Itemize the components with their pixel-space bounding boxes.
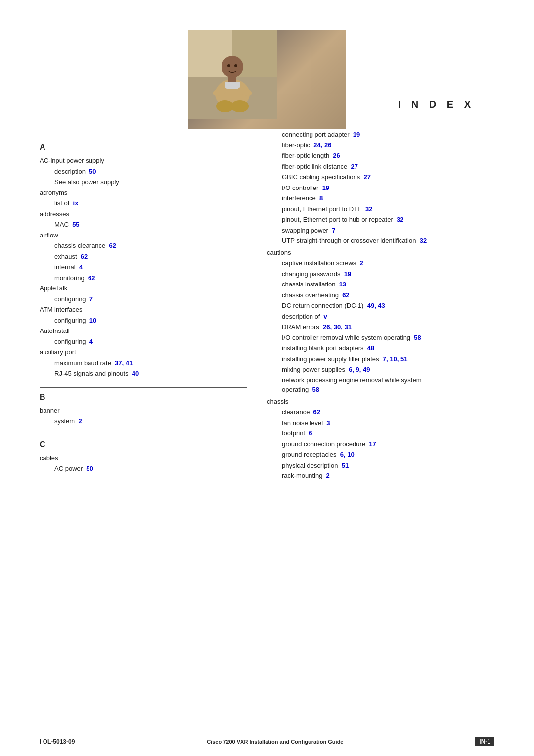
page-ref[interactable]: 62 bbox=[81, 253, 88, 260]
list-item: airflow bbox=[40, 231, 247, 240]
list-item: cautions bbox=[267, 248, 494, 258]
list-item: AppleTalk bbox=[40, 284, 247, 293]
list-item: fan noise level 3 bbox=[267, 418, 494, 428]
svg-point-12 bbox=[227, 64, 230, 67]
list-item: acronyms bbox=[40, 188, 247, 198]
page-ref[interactable]: 51 bbox=[342, 462, 349, 469]
list-item: configuring 7 bbox=[40, 294, 247, 304]
list-item: addresses bbox=[40, 209, 247, 219]
list-item: cables bbox=[40, 453, 247, 463]
list-item: system 2 bbox=[40, 416, 247, 426]
page-ref[interactable]: 10 bbox=[89, 317, 96, 324]
list-item: ground connection procedure 17 bbox=[267, 439, 494, 449]
footer-right: IN-1 bbox=[475, 737, 494, 746]
divider-c bbox=[40, 435, 247, 435]
list-item: maximum baud rate 37, 41 bbox=[40, 358, 247, 368]
list-item: fiber-optic 24, 26 bbox=[267, 141, 494, 150]
list-item: clearance 62 bbox=[267, 407, 494, 417]
list-item: physical description 51 bbox=[267, 461, 494, 471]
page-ref[interactable]: 6 bbox=[309, 429, 312, 437]
list-item: exhaust 62 bbox=[40, 252, 247, 262]
page-ref[interactable]: 27 bbox=[351, 163, 357, 170]
page-ref[interactable]: 6, 9, 49 bbox=[349, 366, 370, 373]
page-ref[interactable]: 2 bbox=[360, 259, 363, 267]
list-item: interference 8 bbox=[267, 193, 494, 203]
list-item: swapping power 7 bbox=[267, 226, 494, 236]
section-c: C bbox=[40, 440, 247, 449]
page: I N D E X A AC-input power supply descri… bbox=[0, 0, 534, 756]
left-column: A AC-input power supply description 50 S… bbox=[40, 129, 247, 482]
footer: I OL-5013-09 Cisco 7200 VXR Installation… bbox=[0, 734, 534, 746]
page-ref[interactable]: 32 bbox=[397, 216, 403, 223]
page-ref[interactable]: 55 bbox=[72, 221, 79, 228]
list-item: ATM interfaces bbox=[40, 305, 247, 315]
list-item: configuring 10 bbox=[40, 316, 247, 326]
list-item: rack-mounting 2 bbox=[267, 471, 494, 481]
page-ref[interactable]: 4 bbox=[89, 338, 93, 345]
page-ref[interactable]: 32 bbox=[365, 205, 372, 213]
list-item: changing passwords 19 bbox=[267, 269, 494, 279]
list-item: RJ-45 signals and pinouts 40 bbox=[40, 369, 247, 378]
page-ref[interactable]: 6, 10 bbox=[340, 451, 355, 458]
page-ref[interactable]: 48 bbox=[367, 344, 374, 352]
page-ref[interactable]: 7, 10, 51 bbox=[383, 355, 408, 363]
list-item: chassis clearance 62 bbox=[40, 241, 247, 251]
page-ref[interactable]: ix bbox=[73, 199, 79, 207]
list-item: connecting port adapter 19 bbox=[267, 130, 494, 140]
page-ref[interactable]: 2 bbox=[326, 472, 330, 479]
divider-b bbox=[40, 387, 247, 388]
page-ref[interactable]: 7 bbox=[89, 295, 93, 303]
svg-point-6 bbox=[231, 100, 249, 112]
list-item: fiber-optic link distance 27 bbox=[267, 162, 494, 172]
page-ref[interactable]: 7 bbox=[332, 227, 335, 234]
page-ref[interactable]: 50 bbox=[86, 465, 93, 472]
page-ref[interactable]: 19 bbox=[322, 184, 329, 191]
list-item: configuring 4 bbox=[40, 337, 247, 347]
page-ref[interactable]: 2 bbox=[78, 417, 82, 425]
page-ref[interactable]: 19 bbox=[344, 270, 351, 278]
list-item: ground receptacles 6, 10 bbox=[267, 450, 494, 460]
page-ref[interactable]: 62 bbox=[313, 408, 320, 416]
page-ref[interactable]: v bbox=[324, 313, 327, 320]
page-ref[interactable]: 26 bbox=[333, 152, 340, 159]
list-item: banner bbox=[40, 406, 247, 416]
list-item: DC return connection (DC-1) 49, 43 bbox=[267, 301, 494, 311]
list-item: UTP straight-through or crossover identi… bbox=[267, 236, 494, 246]
list-item: pinout, Ethernet port to DTE 32 bbox=[267, 204, 494, 214]
list-item: I/O controller 19 bbox=[267, 183, 494, 193]
page-ref[interactable]: 40 bbox=[132, 370, 139, 377]
header-image bbox=[188, 30, 346, 129]
list-item: MAC 55 bbox=[40, 220, 247, 230]
list-item: I/O controller removal while system oper… bbox=[267, 333, 494, 343]
page-ref[interactable]: 19 bbox=[353, 131, 360, 138]
page-ref[interactable]: 8 bbox=[319, 194, 323, 202]
page-ref[interactable]: 17 bbox=[369, 440, 376, 448]
page-ref[interactable]: 27 bbox=[363, 173, 370, 181]
page-ref[interactable]: 32 bbox=[420, 237, 427, 244]
footer-left: I OL-5013-09 bbox=[40, 738, 75, 745]
page-ref[interactable]: 49, 43 bbox=[367, 302, 385, 309]
page-ref[interactable]: 13 bbox=[339, 281, 346, 288]
page-ref[interactable]: 24, 26 bbox=[313, 142, 331, 149]
page-ref[interactable]: 58 bbox=[414, 334, 421, 341]
svg-point-7 bbox=[222, 56, 243, 78]
page-ref[interactable]: 3 bbox=[326, 419, 330, 426]
page-ref[interactable]: 26, 30, 31 bbox=[323, 323, 352, 331]
list-item: auxiliary port bbox=[40, 347, 247, 357]
footer-center: Cisco 7200 VXR Installation and Configur… bbox=[207, 739, 343, 745]
list-item: network processing engine removal while … bbox=[267, 376, 494, 395]
page-ref[interactable]: 37, 41 bbox=[115, 359, 133, 367]
page-ref[interactable]: 50 bbox=[89, 168, 96, 175]
list-item: description of v bbox=[267, 312, 494, 322]
list-item: AutoInstall bbox=[40, 326, 247, 336]
list-item: monitoring 62 bbox=[40, 273, 247, 283]
index-title: I N D E X bbox=[398, 99, 475, 110]
svg-point-13 bbox=[234, 64, 237, 67]
page-ref[interactable]: 62 bbox=[109, 242, 116, 249]
page-ref[interactable]: 58 bbox=[312, 386, 319, 393]
page-ref[interactable]: 62 bbox=[88, 274, 95, 282]
svg-rect-9 bbox=[225, 82, 240, 89]
list-item: GBIC cabling specifications 27 bbox=[267, 172, 494, 182]
page-ref[interactable]: 62 bbox=[342, 291, 349, 299]
page-ref[interactable]: 4 bbox=[79, 263, 83, 271]
